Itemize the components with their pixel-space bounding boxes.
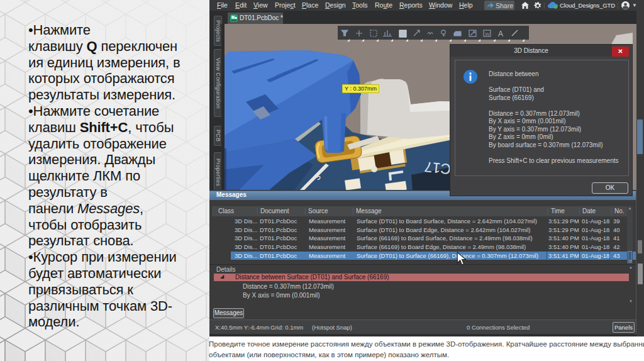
svg-text:A: A [498, 30, 503, 38]
svg-text:C17: C17 [424, 158, 452, 177]
svg-text:W: W [485, 31, 490, 37]
